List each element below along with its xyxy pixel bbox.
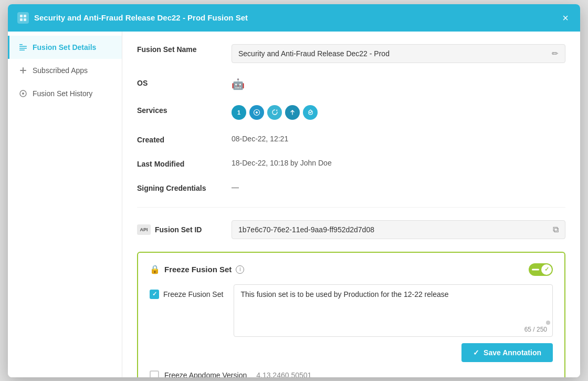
main-content: Fusion Set Name Security and Anti-Fraud … [122,32,580,377]
sidebar: Fusion Set Details Subscribed Apps [8,32,122,377]
checkbox-check-icon: ✓ [152,291,157,297]
freeze-annotation-textarea[interactable] [234,285,552,322]
fusion-set-id-label: API Fusion Set ID [137,224,232,235]
api-badge: API [137,224,151,235]
plus-icon [19,66,27,75]
modal-window: Security and Anti-Fraud Release Dec22 - … [8,4,580,377]
freeze-appdome-row: Freeze Appdome Version 4.13.2460.50501 [150,370,553,377]
signing-credentials-label: Signing Credentials [137,183,232,192]
freeze-header: 🔒 Freeze Fusion Set i ✓ [150,263,553,276]
last-modified-label: Last Modified [137,159,232,168]
last-modified-row: Last Modified 18-Dec-22, 10:18 by John D… [137,159,565,168]
svg-rect-2 [20,18,23,21]
toggle-check-icon: ✓ [544,266,549,273]
freeze-appdome-checkbox[interactable] [150,370,159,377]
history-icon [19,89,27,98]
services-icons: 1 [232,105,565,120]
fusion-set-id-label-text: Fusion Set ID [155,225,202,234]
copy-icon[interactable]: ⧉ [553,225,559,234]
signing-credentials-value: — [232,183,565,191]
fusion-set-id-field: 1b7e6c70-76e2-11ed-9aa9-ff952d2d7d08 ⧉ [232,220,565,239]
svg-rect-4 [19,44,23,45]
fusion-set-id-row: API Fusion Set ID 1b7e6c70-76e2-11ed-9aa… [137,220,565,239]
service-badge-2 [249,105,264,120]
freeze-toggle-area[interactable]: ✓ [529,263,553,276]
sidebar-item-fusion-set-details[interactable]: Fusion Set Details [8,36,122,59]
svg-rect-3 [24,18,26,21]
fusion-set-name-value: Security and Anti-Fraud Release Dec22 - … [232,44,565,63]
toggle-line [532,269,539,270]
sidebar-item-subscribed-apps[interactable]: Subscribed Apps [8,59,122,82]
svg-rect-7 [19,49,25,50]
svg-rect-1 [24,15,26,17]
fusion-set-name-field[interactable]: Security and Anti-Fraud Release Dec22 - … [232,44,565,63]
service-badge-5 [303,105,318,120]
lock-icon: 🔒 [150,264,160,274]
freeze-body: ✓ Freeze Fusion Set 65 / 250 ✓ [150,284,553,362]
svg-rect-0 [20,15,23,17]
sidebar-item-label: Fusion Set History [33,89,92,98]
last-modified-value: 18-Dec-22, 10:18 by John Doe [232,159,565,167]
info-icon[interactable]: i [236,265,244,274]
freeze-checkbox-area: ✓ Freeze Fusion Set [150,284,223,299]
svg-point-11 [22,92,24,95]
save-btn-label: Save Annotation [484,348,541,357]
sidebar-item-fusion-set-history[interactable]: Fusion Set History [8,82,122,105]
freeze-textarea-wrapper: 65 / 250 [234,284,553,337]
os-row: OS 🤖 [137,78,565,90]
android-icon: 🤖 [232,78,245,90]
fusion-set-name-text: Security and Anti-Fraud Release Dec22 - … [238,49,552,58]
appdome-version: 4.13.2460.50501 [256,371,311,377]
freeze-textarea-area: 65 / 250 ✓ Save Annotation [234,284,553,362]
list-icon [19,43,27,52]
save-check-icon: ✓ [473,348,479,357]
fusion-set-id-value-area: 1b7e6c70-76e2-11ed-9aa9-ff952d2d7d08 ⧉ [232,220,565,239]
svg-rect-5 [19,46,27,47]
edit-icon[interactable]: ✏ [552,49,559,58]
fusion-set-id-text: 1b7e6c70-76e2-11ed-9aa9-ff952d2d7d08 [238,225,553,234]
header-icon [17,12,29,24]
fusion-set-name-row: Fusion Set Name Security and Anti-Fraud … [137,44,565,63]
sidebar-item-label: Fusion Set Details [33,43,96,52]
freeze-toggle[interactable]: ✓ [529,263,553,276]
services-row: Services 1 [137,105,565,120]
freeze-checkbox-label: Freeze Fusion Set [163,290,223,298]
freeze-title: Freeze Fusion Set [164,265,232,274]
modal-close-button[interactable]: × [560,11,571,25]
toggle-thumb: ✓ [541,264,552,275]
created-label: Created [137,135,232,144]
freeze-section: 🔒 Freeze Fusion Set i ✓ [137,252,565,377]
freeze-fusion-set-checkbox[interactable]: ✓ [150,290,159,299]
separator [137,207,565,208]
resize-handle[interactable] [546,321,550,325]
modal-body: Fusion Set Details Subscribed Apps [8,32,580,377]
services-value: 1 [232,105,565,120]
save-annotation-button[interactable]: ✓ Save Annotation [461,343,553,362]
sidebar-item-label: Subscribed Apps [33,66,88,75]
save-btn-row: ✓ Save Annotation [234,343,553,362]
fusion-set-name-label: Fusion Set Name [137,44,232,54]
service-badge-1: 1 [232,105,246,120]
os-label: OS [137,78,232,87]
appdome-label: Freeze Appdome Version [164,371,247,377]
os-value: 🤖 [232,78,565,90]
modal-header-left: Security and Anti-Fraud Release Dec22 - … [17,12,248,24]
signing-credentials-row: Signing Credentials — [137,183,565,192]
svg-rect-6 [19,48,27,49]
created-row: Created 08-Dec-22, 12:21 [137,135,565,144]
created-value: 08-Dec-22, 12:21 [232,135,565,143]
service-badge-4 [285,105,300,120]
modal-header: Security and Anti-Fraud Release Dec22 - … [8,4,580,32]
svg-rect-9 [20,70,26,71]
char-count: 65 / 250 [234,324,552,336]
services-label: Services [137,105,232,115]
service-badge-3 [267,105,282,120]
modal-title: Security and Anti-Fraud Release Dec22 - … [34,13,248,22]
